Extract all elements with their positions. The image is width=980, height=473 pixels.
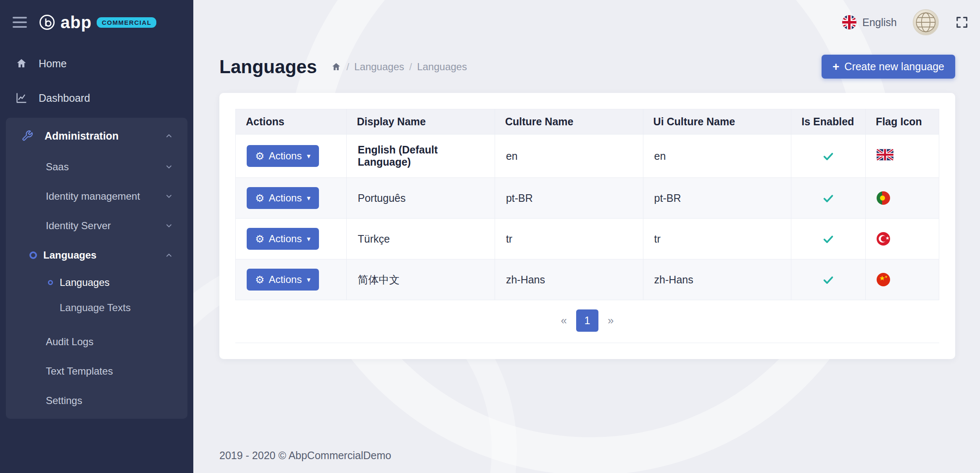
caret-down-icon: ▾ <box>307 153 311 160</box>
actions-label: Actions <box>269 150 302 162</box>
uk-flag-icon <box>842 15 856 29</box>
pagination-next[interactable]: » <box>601 314 620 327</box>
ui-culture-name-cell: en <box>643 135 791 178</box>
caret-down-icon: ▾ <box>307 235 311 243</box>
sidebar-item-audit-logs[interactable]: Audit Logs <box>6 327 187 357</box>
chevron-up-icon <box>165 132 173 140</box>
sidebar-item-text-templates[interactable]: Text Templates <box>6 357 187 386</box>
sidebar-item-label: Settings <box>46 395 82 407</box>
flag-turkey-icon: ★ <box>877 232 890 246</box>
breadcrumb-item[interactable]: Languages <box>417 61 467 73</box>
display-name-cell: 简体中文 <box>347 259 495 300</box>
actions-button[interactable]: ⚙ Actions ▾ <box>247 269 319 291</box>
sidebar-item-languages[interactable]: Languages <box>6 240 187 270</box>
topbar: English <box>193 0 980 45</box>
chevron-down-icon <box>165 222 173 230</box>
culture-name-cell: tr <box>495 219 643 259</box>
home-icon <box>14 58 29 69</box>
app-root: abp COMMERCIAL Home Dashboard <box>0 0 980 473</box>
breadcrumb-separator: / <box>346 61 349 73</box>
footer-copyright: 2019 - 2020 © AbpCommercialDemo <box>219 449 391 462</box>
is-enabled-cell <box>791 259 866 300</box>
actions-label: Actions <box>269 192 302 204</box>
sidebar-item-saas[interactable]: Saas <box>6 152 187 182</box>
breadcrumb-separator: / <box>409 61 412 73</box>
page-content: Languages / Languages / Languages + Crea… <box>193 45 980 438</box>
display-name-cell: English (Default Language) <box>347 135 495 178</box>
is-enabled-cell <box>791 219 866 259</box>
ui-culture-name-cell: pt-BR <box>643 178 791 219</box>
wrench-icon <box>20 130 34 142</box>
column-header-flag-icon: Flag Icon <box>866 109 939 135</box>
flag-cell <box>866 135 939 178</box>
sidebar-item-administration[interactable]: Administration <box>6 119 187 152</box>
sidebar-item-identity-management[interactable]: Identity management <box>6 182 187 211</box>
sidebar-item-settings[interactable]: Settings <box>6 386 187 415</box>
check-icon <box>822 150 834 161</box>
column-header-actions: Actions <box>236 109 347 135</box>
menu-toggle-icon[interactable] <box>13 17 27 28</box>
column-header-culture-name: Culture Name <box>495 109 643 135</box>
check-icon <box>822 273 834 285</box>
abp-logo[interactable]: abp COMMERCIAL <box>39 13 156 32</box>
caret-down-icon: ▾ <box>307 195 311 202</box>
sidebar-item-label: Administration <box>45 130 119 142</box>
language-switcher[interactable]: English <box>842 15 897 29</box>
flag-cell <box>866 178 939 219</box>
pagination-current-page[interactable]: 1 <box>576 309 598 332</box>
display-name-cell: Português <box>347 178 495 219</box>
sidebar-item-label: Text Templates <box>46 365 113 377</box>
column-header-ui-culture-name: Ui Culture Name <box>643 109 791 135</box>
sidebar-item-label: Language Texts <box>60 302 131 314</box>
sidebar-item-dashboard[interactable]: Dashboard <box>0 81 193 115</box>
sidebar-item-label: Home <box>39 58 67 70</box>
sidebar-item-home[interactable]: Home <box>0 46 193 81</box>
dashboard-chart-icon <box>14 92 29 104</box>
check-icon <box>822 192 834 203</box>
page-header: Languages / Languages / Languages + Crea… <box>219 55 955 79</box>
sidebar-item-identity-server[interactable]: Identity Server <box>6 211 187 240</box>
breadcrumb-home-icon[interactable] <box>331 62 341 72</box>
is-enabled-cell <box>791 178 866 219</box>
sidebar-item-label: Identity Server <box>46 220 111 232</box>
breadcrumb: / Languages / Languages <box>331 61 467 73</box>
gear-icon: ⚙ <box>255 151 264 161</box>
flag-portugal-icon <box>877 191 890 205</box>
caret-down-icon: ▾ <box>307 276 311 283</box>
actions-button[interactable]: ⚙ Actions ▾ <box>247 145 319 167</box>
main-area: English Languages / Languages / Langu <box>193 0 980 473</box>
plus-icon: + <box>832 61 839 73</box>
table-row: ⚙ Actions ▾ English (Default Language) e… <box>236 135 939 178</box>
flag-cell: ★★ <box>866 259 939 300</box>
check-icon <box>822 233 834 244</box>
pagination-prev[interactable]: « <box>554 314 574 327</box>
display-name-cell: Türkçe <box>347 219 495 259</box>
footer: 2019 - 2020 © AbpCommercialDemo <box>193 438 980 473</box>
culture-name-cell: zh-Hans <box>495 259 643 300</box>
brand-name: abp <box>61 13 92 32</box>
sidebar-subitem-languages[interactable]: Languages <box>6 270 187 295</box>
sidebar-subitem-language-texts[interactable]: Language Texts <box>6 295 187 320</box>
create-language-button[interactable]: + Create new language <box>822 55 955 79</box>
sidebar-item-label: Languages <box>60 277 110 288</box>
actions-label: Actions <box>269 274 302 285</box>
administration-group: Administration Saas Identity management … <box>6 118 187 419</box>
actions-button[interactable]: ⚙ Actions ▾ <box>247 187 319 209</box>
sidebar-item-label: Dashboard <box>39 92 90 104</box>
sidebar: abp COMMERCIAL Home Dashboard <box>0 0 193 473</box>
language-label: English <box>862 16 897 29</box>
brand-badge: COMMERCIAL <box>97 17 156 28</box>
user-avatar[interactable] <box>913 9 939 35</box>
actions-button[interactable]: ⚙ Actions ▾ <box>247 228 319 250</box>
column-header-is-enabled: Is Enabled <box>791 109 866 135</box>
table-row: ⚙ Actions ▾ 简体中文 zh-Hans zh-Hans <box>236 259 939 300</box>
dot-bullet-icon <box>48 280 53 285</box>
actions-label: Actions <box>269 233 302 245</box>
culture-name-cell: en <box>495 135 643 178</box>
sidebar-item-label: Saas <box>46 161 69 173</box>
breadcrumb-item[interactable]: Languages <box>354 61 404 73</box>
ui-culture-name-cell: zh-Hans <box>643 259 791 300</box>
sidebar-item-label: Languages <box>43 249 97 261</box>
fullscreen-icon[interactable] <box>955 15 969 29</box>
create-language-label: Create new language <box>844 61 944 73</box>
